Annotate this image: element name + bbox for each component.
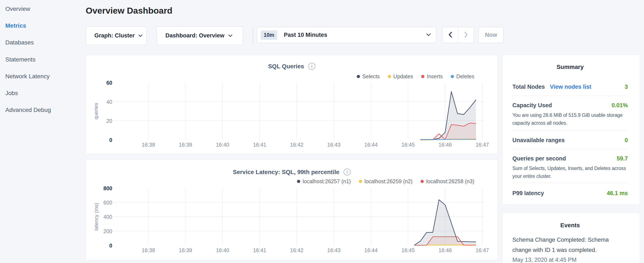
summary-row-description: Sum of Selects, Updates, Inserts, and De… [512, 164, 628, 180]
y-tick-label: 20 [106, 118, 112, 124]
x-tick-label: 16:45 [402, 247, 415, 253]
sidebar-item-metrics[interactable]: Metrics [0, 17, 86, 34]
event-item: Schema Change Completed: Schema change w… [512, 235, 628, 263]
summary-row-value: 46.1 ms [607, 189, 628, 197]
view-nodes-list-link[interactable]: View nodes list [550, 83, 592, 91]
y-axis-unit-label: latency (ms) [94, 203, 99, 231]
y-tick-label: 800 [103, 185, 112, 191]
events-title: Events [512, 213, 628, 229]
summary-row-label: Capacity Used [512, 101, 552, 109]
summary-row-value: 59.7 [616, 154, 628, 163]
graph-dropdown[interactable]: Graph: Cluster [86, 26, 146, 45]
sql-queries-chart-card: SQL QueriesiSelectsUpdatesInsertsDeletes… [86, 55, 498, 154]
time-range-badge: 10m [261, 31, 277, 40]
dashboard-dropdown-label: Dashboard: Overview [166, 32, 224, 39]
event-message: Schema Change Completed: Schema change w… [512, 235, 628, 255]
time-range-label: Past 10 Minutes [284, 32, 327, 38]
x-tick-label: 16:47 [476, 247, 489, 253]
sidebar-item-overview[interactable]: Overview [0, 1, 86, 17]
sidebar-item-jobs[interactable]: Jobs [0, 85, 86, 102]
chevron-left-icon [448, 32, 452, 39]
summary-row: Unavailable ranges0 [512, 131, 628, 149]
x-tick-label: 16:39 [179, 247, 192, 253]
summary-panel: Summary Total NodesView nodes list3Capac… [502, 55, 640, 205]
toolbar-divider [253, 26, 253, 45]
now-button[interactable]: Now [478, 27, 504, 43]
sidebar: OverviewMetricsDatabasesStatementsNetwor… [0, 0, 86, 263]
summary-row-label: Queries per second [512, 154, 566, 163]
service-latency-plot: 16:3816:3916:4016:4116:4216:4316:4416:45… [86, 160, 498, 260]
summary-row-value: 3 [625, 83, 628, 91]
x-tick-label: 16:39 [179, 142, 192, 148]
summary-row: Queries per second59.7Sum of Selects, Up… [512, 149, 628, 183]
x-tick-label: 16:41 [253, 142, 266, 148]
series-line-deletes [420, 139, 476, 140]
summary-row-label: P99 latency [512, 189, 544, 197]
y-tick-label: 0 [109, 242, 112, 248]
x-tick-label: 16:41 [253, 247, 266, 253]
x-tick-label: 16:40 [216, 247, 230, 253]
summary-row-label: Unavailable ranges [512, 136, 565, 144]
y-tick-label: 400 [103, 214, 112, 220]
x-tick-label: 16:44 [364, 247, 378, 253]
x-tick-label: 16:44 [364, 142, 378, 148]
chevron-down-icon [426, 33, 431, 37]
sidebar-item-network-latency[interactable]: Network Latency [0, 68, 86, 85]
summary-row: Capacity Used0.01%You are using 28.6 MiB… [512, 96, 628, 131]
page-title: Overview Dashboard [86, 6, 172, 16]
prev-time-button[interactable] [442, 27, 458, 43]
x-tick-label: 16:43 [327, 142, 340, 148]
service-latency-chart-card: Service Latency: SQL, 99th percentileilo… [86, 160, 498, 260]
sql-queries-plot: 16:3816:3916:4016:4116:4216:4316:4416:45… [86, 55, 498, 154]
y-tick-label: 600 [103, 200, 112, 205]
sidebar-item-advanced-debug[interactable]: Advanced Debug [0, 102, 86, 119]
y-tick-label: 0 [109, 137, 112, 143]
event-timestamp: May 13, 2020 at 4:45 PM [512, 256, 628, 263]
next-time-button[interactable] [458, 27, 474, 43]
y-tick-label: 200 [103, 228, 112, 234]
x-tick-label: 16:47 [476, 142, 489, 148]
y-tick-label: 40 [106, 99, 112, 105]
toolbar: Graph: Cluster Dashboard: Overview 10m P… [86, 26, 498, 45]
chevron-right-icon [464, 32, 468, 39]
summary-row-description: You are using 28.6 MiB of 515.9 GiB usab… [512, 111, 628, 127]
chevron-down-icon [138, 35, 142, 37]
summary-rows: Total NodesView nodes list3Capacity Used… [512, 83, 628, 205]
x-tick-label: 16:42 [290, 247, 304, 253]
events-list: Schema Change Completed: Schema change w… [512, 235, 628, 263]
time-step-buttons [442, 27, 474, 43]
y-tick-label: 60 [106, 80, 112, 86]
y-axis-unit-label: queries [93, 103, 99, 120]
summary-row: Total NodesView nodes list3 [512, 83, 628, 96]
graph-dropdown-label: Graph: Cluster [94, 32, 134, 39]
x-tick-label: 16:43 [327, 247, 340, 253]
x-tick-label: 16:46 [438, 142, 452, 148]
time-range-selector[interactable]: 10m Past 10 Minutes [257, 27, 436, 43]
summary-row: P99 latency46.1 ms [512, 183, 628, 205]
chevron-down-icon [228, 35, 232, 37]
sidebar-nav-list: OverviewMetricsDatabasesStatementsNetwor… [0, 0, 86, 119]
summary-title: Summary [512, 55, 628, 71]
sidebar-item-databases[interactable]: Databases [0, 34, 86, 51]
summary-row-value: 0.01% [612, 101, 628, 109]
summary-row-value: 0 [625, 136, 628, 144]
x-tick-label: 16:38 [142, 247, 155, 253]
x-tick-label: 16:45 [402, 142, 415, 148]
sidebar-item-statements[interactable]: Statements [0, 51, 86, 68]
x-tick-label: 16:42 [290, 142, 304, 148]
events-panel: Events Schema Change Completed: Schema c… [502, 213, 640, 263]
x-tick-label: 16:46 [438, 247, 452, 253]
summary-row-label: Total Nodes [512, 83, 545, 91]
dashboard-dropdown[interactable]: Dashboard: Overview [157, 26, 243, 45]
x-tick-label: 16:38 [142, 142, 155, 148]
x-tick-label: 16:40 [216, 142, 230, 148]
